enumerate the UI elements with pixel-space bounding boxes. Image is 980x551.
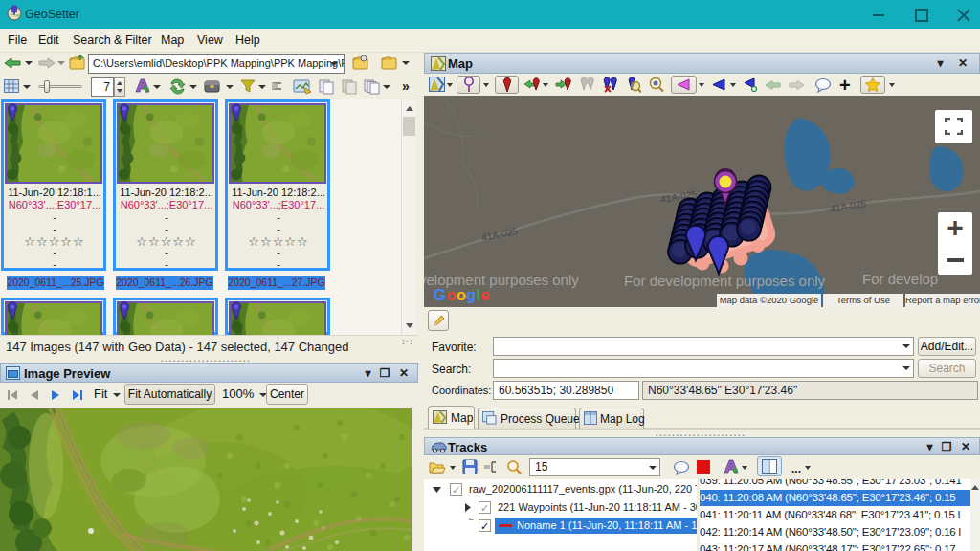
svg-text:For development purposes only: For development purposes only [624, 273, 826, 289]
svg-text:For develop: For develop [862, 271, 938, 287]
